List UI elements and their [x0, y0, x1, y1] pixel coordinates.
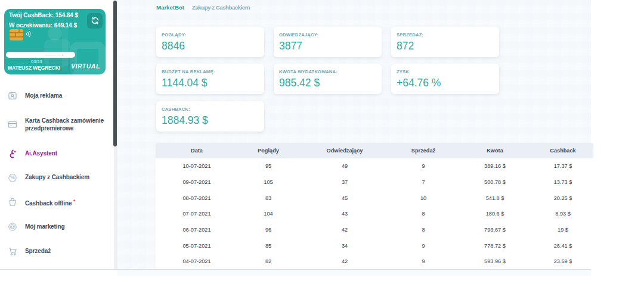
svg-text:%: % [10, 174, 15, 180]
svg-text:@: @ [10, 224, 16, 230]
